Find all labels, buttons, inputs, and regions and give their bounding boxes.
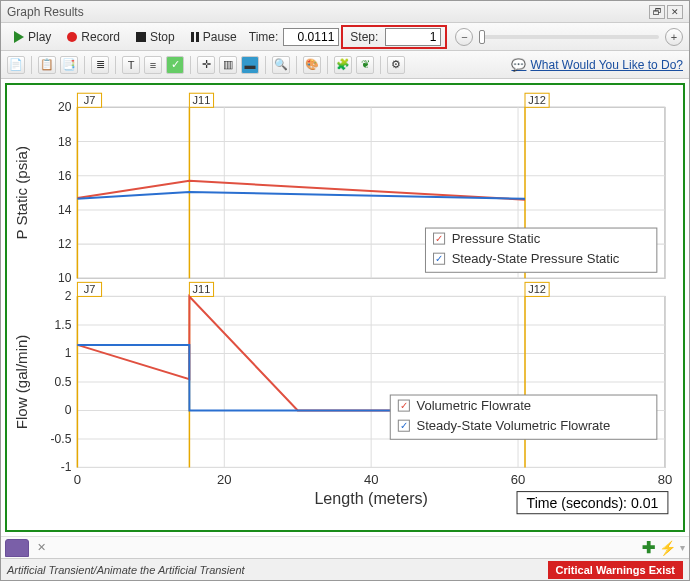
help-link[interactable]: 💬 What Would You Like to Do? bbox=[511, 58, 683, 72]
svg-text:✓: ✓ bbox=[435, 233, 443, 244]
svg-text:J7: J7 bbox=[84, 94, 96, 106]
chart-area: 101214161820J7J11J12P Static (psia)✓Pres… bbox=[5, 83, 685, 532]
svg-text:J11: J11 bbox=[193, 283, 211, 295]
list-icon[interactable]: ≣ bbox=[91, 56, 109, 74]
play-icon bbox=[14, 31, 24, 43]
text-tool-icon[interactable]: T bbox=[122, 56, 140, 74]
titlebar: Graph Results 🗗 ✕ bbox=[1, 1, 689, 23]
palette-icon[interactable]: 🎨 bbox=[303, 56, 321, 74]
leaf-icon[interactable]: ❦ bbox=[356, 56, 374, 74]
graph-results-window: Graph Results 🗗 ✕ Play Record Stop Pause… bbox=[0, 0, 690, 581]
zoom-in-button[interactable]: + bbox=[665, 28, 683, 46]
tab-close-button[interactable]: ✕ bbox=[33, 541, 50, 554]
svg-text:J11: J11 bbox=[193, 94, 211, 106]
record-icon bbox=[67, 32, 77, 42]
svg-text:✓: ✓ bbox=[400, 420, 408, 431]
stop-button[interactable]: Stop bbox=[129, 27, 182, 47]
svg-text:Steady-State Pressure Static: Steady-State Pressure Static bbox=[452, 251, 620, 266]
new-icon[interactable]: 📄 bbox=[7, 56, 25, 74]
chart-toolbar: 📄 📋 📑 ≣ T ≡ ✓ ✛ ▥ ▬ 🔍 🎨 🧩 ❦ ⚙ 💬 What Wou… bbox=[1, 51, 689, 79]
svg-text:14: 14 bbox=[58, 203, 72, 217]
pause-button[interactable]: Pause bbox=[184, 27, 244, 47]
status-bar: Artificial Transient/Animate the Artific… bbox=[1, 558, 689, 580]
svg-text:✓: ✓ bbox=[435, 253, 443, 264]
bars-icon[interactable]: ▥ bbox=[219, 56, 237, 74]
window-buttons: 🗗 ✕ bbox=[649, 5, 683, 19]
pause-icon bbox=[191, 32, 199, 42]
svg-text:Time (seconds): 0.01: Time (seconds): 0.01 bbox=[527, 495, 659, 511]
magnify-icon[interactable]: 🔍 bbox=[272, 56, 290, 74]
close-button[interactable]: ✕ bbox=[667, 5, 683, 19]
svg-text:J12: J12 bbox=[528, 94, 546, 106]
slider-thumb[interactable] bbox=[479, 30, 485, 44]
check-icon[interactable]: ✓ bbox=[166, 56, 184, 74]
svg-text:16: 16 bbox=[58, 169, 72, 183]
time-label: Time: bbox=[246, 30, 282, 44]
time-input[interactable] bbox=[283, 28, 339, 46]
svg-text:Flow (gal/min): Flow (gal/min) bbox=[13, 335, 30, 430]
status-path: Artificial Transient/Animate the Artific… bbox=[7, 564, 245, 576]
svg-text:20: 20 bbox=[58, 100, 72, 114]
svg-text:Volumetric Flowrate: Volumetric Flowrate bbox=[416, 398, 531, 413]
svg-text:60: 60 bbox=[511, 472, 526, 487]
chevron-down-icon[interactable]: ▾ bbox=[680, 542, 685, 553]
svg-text:Length (meters): Length (meters) bbox=[314, 489, 428, 507]
window-title: Graph Results bbox=[7, 5, 84, 19]
svg-text:2: 2 bbox=[65, 289, 72, 303]
playback-toolbar: Play Record Stop Pause Time: Step: − + bbox=[1, 23, 689, 51]
tab-bar: ✕ ✚ ⚡ ▾ bbox=[1, 536, 689, 558]
crosshair-icon[interactable]: ✛ bbox=[197, 56, 215, 74]
svg-text:J12: J12 bbox=[528, 283, 546, 295]
svg-text:0.5: 0.5 bbox=[55, 375, 72, 389]
svg-text:P Static (psia): P Static (psia) bbox=[13, 146, 30, 240]
svg-text:0: 0 bbox=[65, 403, 72, 417]
svg-text:1: 1 bbox=[65, 346, 72, 360]
step-label: Step: bbox=[347, 30, 381, 44]
color-icon[interactable]: ▬ bbox=[241, 56, 259, 74]
svg-text:J7: J7 bbox=[84, 283, 96, 295]
step-highlight: Step: bbox=[341, 25, 447, 49]
svg-text:18: 18 bbox=[58, 135, 72, 149]
svg-text:12: 12 bbox=[58, 237, 72, 251]
step-input[interactable] bbox=[385, 28, 441, 46]
copy-icon[interactable]: 📋 bbox=[38, 56, 56, 74]
svg-text:Pressure Static: Pressure Static bbox=[452, 231, 541, 246]
svg-text:Steady-State Volumetric Flowra: Steady-State Volumetric Flowrate bbox=[416, 418, 610, 433]
stop-icon bbox=[136, 32, 146, 42]
paste-icon[interactable]: 📑 bbox=[60, 56, 78, 74]
bolt-icon[interactable]: ⚡ bbox=[659, 540, 676, 556]
svg-text:0: 0 bbox=[74, 472, 81, 487]
slider-track[interactable] bbox=[479, 35, 659, 39]
puzzle-icon[interactable]: 🧩 bbox=[334, 56, 352, 74]
svg-text:✓: ✓ bbox=[400, 400, 408, 411]
svg-text:-0.5: -0.5 bbox=[51, 432, 72, 446]
warning-badge: Critical Warnings Exist bbox=[548, 561, 683, 579]
svg-text:10: 10 bbox=[58, 271, 72, 285]
record-button[interactable]: Record bbox=[60, 27, 127, 47]
restore-button[interactable]: 🗗 bbox=[649, 5, 665, 19]
svg-text:40: 40 bbox=[364, 472, 379, 487]
help-icon: 💬 bbox=[511, 58, 526, 72]
play-button[interactable]: Play bbox=[7, 27, 58, 47]
chart-tab[interactable] bbox=[5, 539, 29, 557]
svg-text:20: 20 bbox=[217, 472, 232, 487]
chart-svg: 101214161820J7J11J12P Static (psia)✓Pres… bbox=[7, 85, 683, 530]
gear-icon[interactable]: ⚙ bbox=[387, 56, 405, 74]
svg-text:-1: -1 bbox=[61, 460, 72, 474]
edit-bars-icon[interactable]: ≡ bbox=[144, 56, 162, 74]
add-tab-button[interactable]: ✚ bbox=[642, 538, 655, 557]
svg-text:1.5: 1.5 bbox=[55, 318, 72, 332]
zoom-out-button[interactable]: − bbox=[455, 28, 473, 46]
time-slider[interactable]: − + bbox=[455, 28, 683, 46]
svg-text:80: 80 bbox=[658, 472, 673, 487]
